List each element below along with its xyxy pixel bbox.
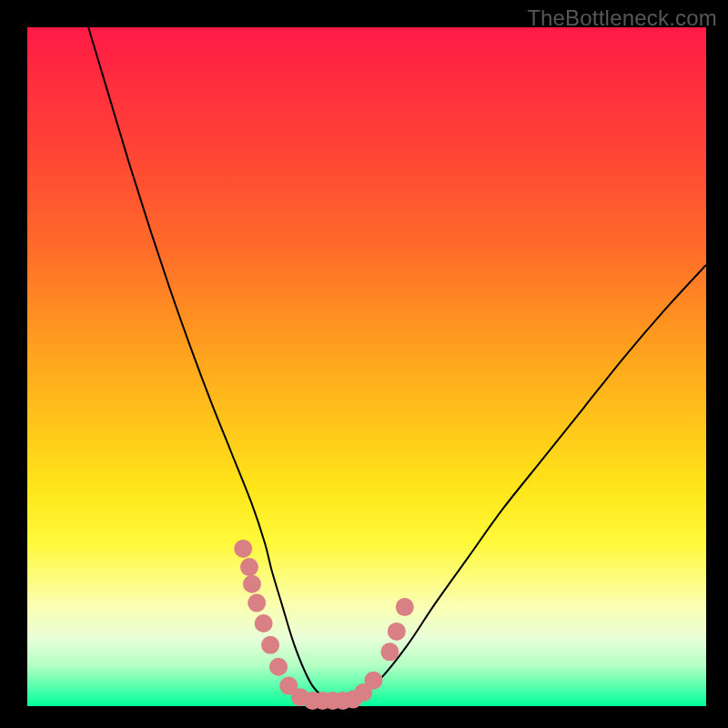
watermark-text: TheBottleneck.com <box>527 5 717 31</box>
chart-frame: TheBottleneck.com <box>0 0 728 728</box>
data-marker <box>388 622 406 641</box>
data-marker <box>234 540 252 558</box>
data-marker <box>255 614 273 632</box>
data-marker <box>396 598 414 616</box>
data-marker <box>243 575 261 593</box>
data-marker <box>240 558 258 576</box>
plot-area <box>27 27 706 706</box>
marker-layer <box>234 540 414 710</box>
data-marker <box>380 642 399 661</box>
data-marker <box>269 658 288 676</box>
data-marker <box>364 672 382 690</box>
curve-layer <box>88 27 706 700</box>
data-marker <box>261 636 279 654</box>
data-marker <box>248 594 266 612</box>
bottleneck-curve <box>88 27 706 700</box>
chart-svg <box>27 27 706 706</box>
